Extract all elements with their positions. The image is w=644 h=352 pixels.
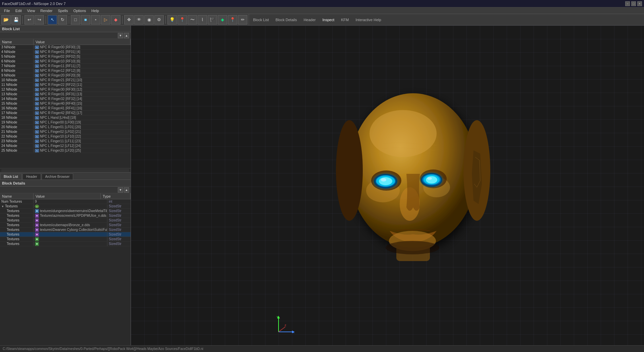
node-icon: N — [35, 130, 39, 134]
list-item[interactable]: 8 NiNodeNNPC R Finger12 [RF12] [8] — [0, 68, 131, 73]
viewport[interactable]: X Y Z — [131, 26, 644, 345]
h-scrollbar[interactable] — [0, 168, 131, 172]
list-item[interactable]: 25 NiNodeNNPC L Finger20 [LF20] [25] — [0, 148, 131, 153]
close-button[interactable]: × — [637, 1, 642, 6]
detail-item[interactable]: Textures◆textures\cubemaps\Bronze_e.ddsS… — [0, 223, 131, 228]
rotate-button[interactable]: ↻ — [58, 15, 67, 24]
save-button[interactable]: 💾 — [11, 15, 21, 24]
menu-view[interactable]: View — [24, 8, 38, 13]
nav-header[interactable]: Header — [302, 17, 317, 22]
list-item[interactable]: 9 NiNodeNNPC R Finger20 [RF20] [9] — [0, 73, 131, 78]
tab-block-list[interactable]: Block List — [0, 173, 22, 180]
detail-item[interactable]: Textures◆textures\Dwarven Cyborg Collect… — [0, 228, 131, 232]
arrow-button[interactable]: ▷ — [101, 15, 110, 24]
list-row-name: 15 NiNode — [0, 102, 34, 105]
menu-spells[interactable]: Spells — [55, 8, 70, 13]
menu-help[interactable]: Help — [89, 8, 102, 13]
settings-button[interactable]: ⚙ — [154, 15, 164, 24]
detail-item[interactable]: ▼ Textures⊕SizedStr — [0, 204, 131, 209]
list-item[interactable]: 15 NiNodeNNPC R Finger40 [RF40] [15] — [0, 101, 131, 106]
move-button[interactable]: ✥ — [124, 15, 134, 24]
undo-button[interactable]: ↩ — [24, 15, 34, 24]
nav-interactive-help[interactable]: Interactive Help — [354, 17, 382, 22]
detail-item[interactable]: Num Textures9int — [0, 199, 131, 204]
gem-button[interactable]: ◆ — [111, 15, 120, 24]
bd-expand-button[interactable]: ▲ — [124, 187, 129, 193]
nav-inspect[interactable]: Inspect — [321, 17, 336, 22]
maximize-button[interactable]: □ — [631, 1, 636, 6]
list-item[interactable]: 19 NiNodeNNPC L Finger00 [LF00] [19] — [0, 120, 131, 125]
detail-item[interactable]: Textures◆SizedStr — [0, 232, 131, 237]
expand-button[interactable]: ▲ — [124, 33, 129, 38]
block-list-scroll[interactable]: 3 NiNodeNNPC R Finger00 [RF00] [3]4 NiNo… — [0, 45, 131, 168]
block-details-scroll[interactable]: Num Textures9int▼ Textures⊕SizedStrTextu… — [0, 199, 131, 345]
gem2-button[interactable]: ◈ — [218, 15, 227, 24]
list-item[interactable]: 24 NiNodeNNPC L Finger12 [LF12] [24] — [0, 144, 131, 148]
menu-render[interactable]: Render — [38, 8, 55, 13]
list-item[interactable]: 17 NiNodeNNPC R Finger42 [RF42] [17] — [0, 111, 131, 115]
detail-item[interactable]: Textures◆textures\dungeons\dwemerruins\D… — [0, 209, 131, 213]
open-button[interactable]: 📂 — [1, 15, 11, 24]
eye2-button[interactable]: ◉ — [144, 15, 154, 24]
eye-button[interactable]: 👁 — [134, 15, 144, 24]
map-button[interactable]: 📍 — [228, 15, 237, 24]
list-item[interactable]: 11 NiNodeNNPC R Finger22 [RF22] [11] — [0, 83, 131, 87]
list-item[interactable]: 21 NiNodeNNPC L Finger02 [LF02] [21] — [0, 130, 131, 134]
list-item[interactable]: 22 NiNodeNNPC L Finger10 [LF10] [22] — [0, 134, 131, 139]
menu-file[interactable]: File — [1, 8, 13, 13]
path-button[interactable]: 〜 — [188, 15, 197, 24]
nav-block-details[interactable]: Block Details — [274, 17, 298, 22]
h-scroll-track[interactable] — [1, 169, 129, 172]
tab-archive-browser[interactable]: Archive Browser — [42, 173, 73, 180]
nav-kfm[interactable]: KFM — [340, 17, 350, 22]
list-item[interactable]: 14 NiNodeNNPC R Finger32 [RF32] [14] — [0, 97, 131, 101]
cube1-button[interactable]: □ — [71, 15, 80, 24]
tab-header[interactable]: Header — [22, 173, 41, 180]
list-item[interactable]: 3 NiNodeNNPC R Finger00 [RF00] [3] — [0, 45, 131, 50]
node-icon: N — [35, 93, 39, 96]
detail-row-type: SizedStr — [107, 223, 131, 227]
list-item[interactable]: 4 NiNodeNNPC R Finger01 [RF01] [4] — [0, 50, 131, 54]
list-item[interactable]: 16 NiNodeNNPC R Finger41 [RF41] [16] — [0, 106, 131, 111]
node-icon: N — [35, 149, 39, 152]
list-row-value: NNPC R Finger00 [RF00] [3] — [34, 45, 131, 49]
list-item[interactable]: 20 NiNodeNNPC L Finger01 [LF01] [20] — [0, 125, 131, 130]
node-icon: N — [35, 97, 39, 101]
list-item[interactable]: 12 NiNodeNNPC R Finger30 [RF30] [12] — [0, 87, 131, 92]
list-item[interactable]: 6 NiNodeNNPC R Finger10 [RF10] [6] — [0, 59, 131, 64]
list-item[interactable]: 13 NiNodeNNPC R Finger31 [RF31] [13] — [0, 92, 131, 97]
list-row-value: NNPC R Finger20 [RF20] [9] — [34, 73, 131, 77]
edit-button[interactable]: ✏ — [238, 15, 247, 24]
detail-item[interactable]: Textures◆SizedStr — [0, 242, 131, 246]
select-button[interactable]: ↖ — [48, 15, 57, 24]
list-item[interactable]: 18 NiNodeNNPC L Hand [LHnd] [18] — [0, 115, 131, 120]
menu-options[interactable]: Options — [70, 8, 89, 13]
cube3-button[interactable]: ▪ — [91, 15, 100, 24]
main-content: Block List ▼ ▲ Name Value 3 NiNodeNNPC R… — [0, 26, 644, 345]
list-item[interactable]: 7 NiNodeNNPC R Finger11 [RF11] [7] — [0, 64, 131, 68]
pin-button[interactable]: 📍 — [178, 15, 187, 24]
sep3 — [69, 16, 69, 24]
minimize-button[interactable]: − — [625, 1, 630, 6]
list-row-value: NNPC R Finger10 [RF10] [6] — [34, 59, 131, 63]
title-controls[interactable]: − □ × — [625, 1, 642, 6]
cube2-button[interactable]: ■ — [81, 15, 90, 24]
list-item[interactable]: 23 NiNodeNNPC L Finger11 [LF11] [23] — [0, 139, 131, 144]
collapse-button[interactable]: ▼ — [118, 33, 123, 38]
nav-block-list[interactable]: Block List — [252, 17, 270, 22]
detail-icon: ◆ — [35, 233, 39, 237]
node-icon: N — [35, 88, 39, 91]
path2-button[interactable]: ⌇ — [198, 15, 207, 24]
bd-collapse-button[interactable]: ▼ — [118, 187, 123, 193]
detail-item[interactable]: Textures◆SizedStr — [0, 237, 131, 242]
node-icon: N — [35, 111, 39, 115]
redo-button[interactable]: ↪ — [35, 15, 44, 24]
flag-button[interactable]: 🏴 — [208, 15, 217, 24]
list-item[interactable]: 5 NiNodeNNPC R Finger02 [RF02] [5] — [0, 54, 131, 59]
menu-edit[interactable]: Edit — [13, 8, 24, 13]
detail-item[interactable]: Textures◆SizedStr — [0, 218, 131, 223]
list-item[interactable]: 10 NiNodeNNPC R Finger21 [RF21] [10] — [0, 78, 131, 83]
list-row-name: 11 NiNode — [0, 83, 34, 87]
light-button[interactable]: 💡 — [167, 15, 177, 24]
detail-item[interactable]: Textures◆Textures\azmoscreens\LRPDIPMUIc… — [0, 213, 131, 218]
